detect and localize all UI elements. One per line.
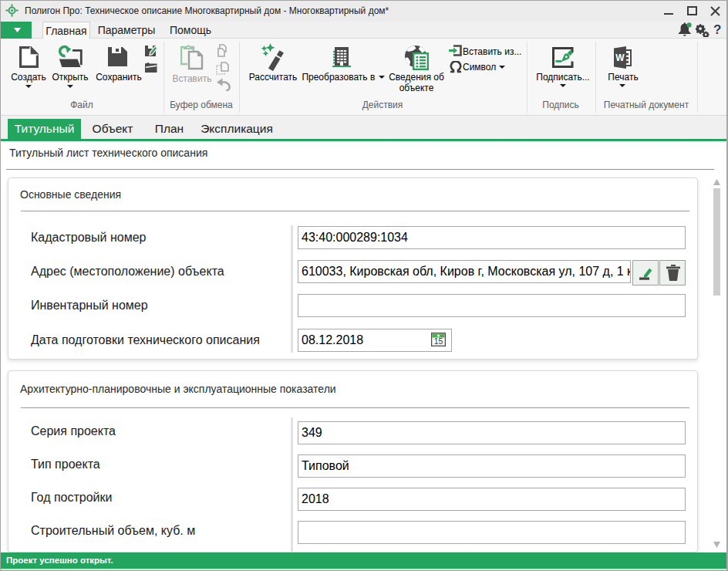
svg-text:W: W	[615, 52, 625, 63]
svg-text:15: 15	[434, 336, 443, 346]
